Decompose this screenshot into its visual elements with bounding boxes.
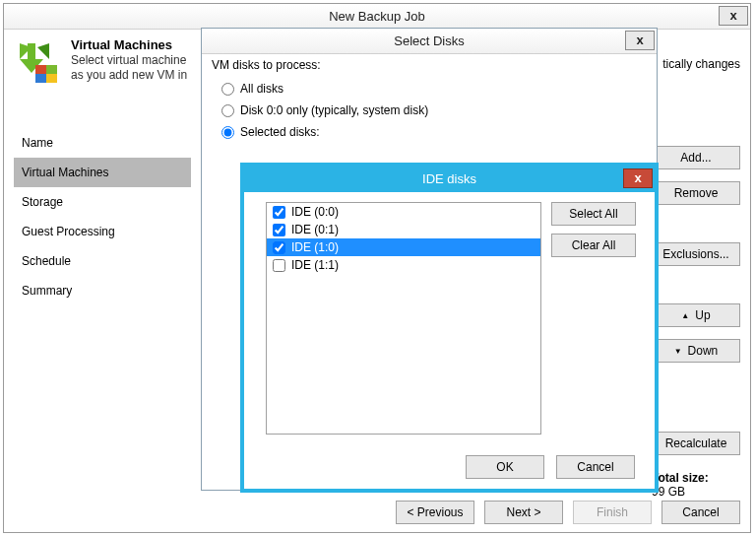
total-size-value: 99 GB — [652, 485, 740, 499]
clear-all-button[interactable]: Clear All — [551, 234, 636, 257]
vm-action-buttons: Add... Remove Exclusions... Up Down — [652, 146, 740, 363]
nav-item-storage[interactable]: Storage — [14, 187, 191, 217]
option-disk00[interactable]: Disk 0:0 only (typically, system disk) — [212, 100, 647, 121]
previous-button[interactable]: < Previous — [396, 501, 474, 524]
nav-item-virtual-machines[interactable]: Virtual Machines — [14, 158, 191, 187]
vm-disks-label: VM disks to process: — [212, 58, 647, 72]
add-button[interactable]: Add... — [652, 146, 740, 169]
main-titlebar: New Backup Job x — [4, 4, 750, 30]
list-item[interactable]: IDE (0:0) — [267, 203, 540, 221]
disk-checkbox[interactable] — [273, 224, 285, 236]
finish-button: Finish — [573, 501, 652, 524]
truncated-text: tically changes — [662, 57, 740, 71]
select-disks-titlebar: Select Disks x — [202, 29, 657, 54]
radio-all-disks[interactable] — [221, 83, 234, 96]
disk-checkbox[interactable] — [273, 241, 285, 254]
wizard-nav: NameVirtual MachinesStorageGuest Process… — [14, 128, 191, 477]
disk-label: IDE (0:1) — [291, 223, 339, 236]
disk-label: IDE (0:0) — [291, 205, 339, 219]
next-button[interactable]: Next > — [484, 501, 563, 524]
ide-disks-titlebar: IDE disks x — [244, 167, 655, 192]
ok-button[interactable]: OK — [466, 455, 544, 479]
disk-checkbox[interactable] — [273, 259, 285, 272]
move-down-button[interactable]: Down — [652, 339, 740, 363]
svg-rect-8 — [46, 74, 57, 83]
select-all-button[interactable]: Select All — [551, 202, 636, 226]
radio-selected-disks[interactable] — [221, 126, 234, 139]
nav-item-schedule[interactable]: Schedule — [14, 246, 191, 276]
cancel-button[interactable]: Cancel — [662, 501, 740, 524]
select-disks-title: Select Disks — [394, 34, 465, 48]
ide-disks-list[interactable]: IDE (0:0)IDE (0:1)IDE (1:0)IDE (1:1) — [266, 202, 541, 435]
svg-marker-2 — [37, 43, 49, 59]
ide-disks-close-button[interactable]: x — [623, 168, 653, 188]
svg-rect-5 — [35, 65, 46, 74]
main-title: New Backup Job — [329, 9, 425, 24]
nav-item-guest-processing[interactable]: Guest Processing — [14, 217, 191, 246]
disk-label: IDE (1:0) — [291, 240, 339, 254]
page-header-text: Virtual Machines Select virtual machine … — [71, 37, 187, 93]
list-item[interactable]: IDE (1:1) — [267, 256, 540, 274]
total-size-label: Total size: — [652, 471, 740, 485]
remove-button[interactable]: Remove — [652, 181, 740, 205]
recalculate-button[interactable]: Recalculate — [652, 432, 740, 455]
wizard-buttons: < Previous Next > Finish Cancel — [396, 501, 740, 524]
vm-download-icon — [14, 37, 61, 85]
exclusions-button[interactable]: Exclusions... — [652, 242, 740, 266]
totals: Total size: 99 GB — [652, 471, 740, 499]
svg-rect-3 — [28, 43, 35, 59]
ide-disks-dialog: IDE disks x IDE (0:0)IDE (0:1)IDE (1:0)I… — [240, 163, 659, 493]
ide-disks-title: IDE disks — [422, 171, 476, 186]
radio-disk00[interactable] — [221, 104, 234, 117]
main-close-button[interactable]: x — [719, 6, 748, 26]
page-subtitle1: Select virtual machine — [71, 53, 187, 67]
nav-item-name[interactable]: Name — [14, 128, 191, 158]
cancel-button[interactable]: Cancel — [556, 455, 635, 479]
option-all-disks[interactable]: All disks — [212, 78, 647, 100]
select-disks-close-button[interactable]: x — [625, 31, 655, 50]
page-title: Virtual Machines — [71, 37, 187, 52]
nav-item-summary[interactable]: Summary — [14, 276, 191, 305]
disk-checkbox[interactable] — [273, 206, 285, 219]
list-item[interactable]: IDE (1:0) — [267, 238, 540, 256]
move-up-button[interactable]: Up — [652, 303, 740, 327]
disk-options: All disks Disk 0:0 only (typically, syst… — [212, 78, 647, 143]
svg-rect-7 — [35, 74, 46, 83]
disk-label: IDE (1:1) — [291, 258, 339, 272]
option-selected-disks[interactable]: Selected disks: — [212, 121, 647, 143]
svg-rect-6 — [46, 65, 57, 74]
list-item[interactable]: IDE (0:1) — [267, 221, 540, 238]
page-subtitle2: as you add new VM in — [71, 68, 187, 82]
